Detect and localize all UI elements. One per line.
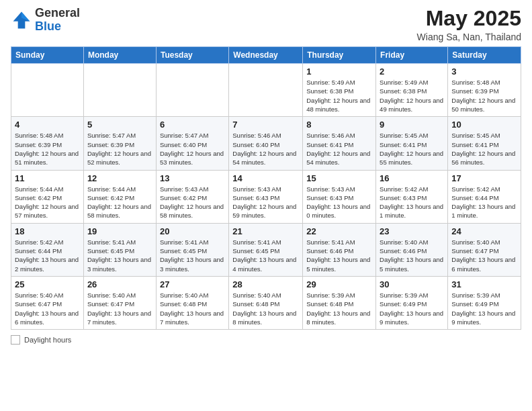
day-number: 28 (232, 279, 299, 289)
day-detail: Sunrise: 5:41 AM Sunset: 6:45 PM Dayligh… (87, 238, 152, 273)
day-number: 10 (451, 120, 517, 130)
calendar-cell (11, 64, 84, 117)
calendar-cell: 22Sunrise: 5:41 AM Sunset: 6:46 PM Dayli… (303, 223, 376, 276)
day-number: 13 (160, 173, 225, 183)
day-header-thursday: Thursday (303, 47, 376, 64)
calendar-cell: 29Sunrise: 5:39 AM Sunset: 6:48 PM Dayli… (303, 276, 376, 329)
day-detail: Sunrise: 5:43 AM Sunset: 6:43 PM Dayligh… (232, 185, 299, 220)
day-number: 6 (160, 120, 225, 130)
calendar-cell: 10Sunrise: 5:45 AM Sunset: 6:41 PM Dayli… (448, 117, 521, 170)
day-detail: Sunrise: 5:43 AM Sunset: 6:43 PM Dayligh… (306, 185, 372, 220)
day-number: 18 (15, 226, 80, 236)
footer-daylight-label: Daylight hours (24, 336, 71, 344)
day-number: 3 (451, 66, 517, 77)
day-number: 30 (380, 279, 444, 289)
day-detail: Sunrise: 5:45 AM Sunset: 6:41 PM Dayligh… (380, 131, 444, 167)
day-detail: Sunrise: 5:42 AM Sunset: 6:43 PM Dayligh… (380, 185, 444, 220)
day-detail: Sunrise: 5:40 AM Sunset: 6:46 PM Dayligh… (380, 238, 444, 273)
day-number: 31 (451, 279, 517, 289)
logo-text: General Blue (35, 7, 80, 34)
day-number: 22 (306, 226, 372, 236)
calendar-cell: 17Sunrise: 5:42 AM Sunset: 6:44 PM Dayli… (448, 170, 521, 223)
day-detail: Sunrise: 5:39 AM Sunset: 6:48 PM Dayligh… (306, 291, 372, 326)
day-detail: Sunrise: 5:46 AM Sunset: 6:40 PM Dayligh… (232, 131, 299, 167)
day-detail: Sunrise: 5:43 AM Sunset: 6:42 PM Dayligh… (160, 185, 225, 220)
footer-box (11, 335, 20, 345)
day-number: 11 (15, 173, 80, 183)
calendar-cell: 15Sunrise: 5:43 AM Sunset: 6:43 PM Dayli… (303, 170, 376, 223)
calendar-cell: 3Sunrise: 5:48 AM Sunset: 6:39 PM Daylig… (448, 64, 521, 117)
day-detail: Sunrise: 5:49 AM Sunset: 6:38 PM Dayligh… (306, 78, 372, 113)
day-detail: Sunrise: 5:39 AM Sunset: 6:49 PM Dayligh… (380, 291, 444, 326)
day-detail: Sunrise: 5:40 AM Sunset: 6:47 PM Dayligh… (451, 238, 517, 273)
day-number: 26 (87, 279, 152, 289)
calendar-cell: 2Sunrise: 5:49 AM Sunset: 6:38 PM Daylig… (376, 64, 448, 117)
day-detail: Sunrise: 5:41 AM Sunset: 6:45 PM Dayligh… (160, 238, 225, 273)
day-detail: Sunrise: 5:41 AM Sunset: 6:45 PM Dayligh… (232, 238, 299, 273)
calendar: SundayMondayTuesdayWednesdayThursdayFrid… (11, 46, 521, 330)
day-detail: Sunrise: 5:42 AM Sunset: 6:44 PM Dayligh… (15, 238, 80, 273)
logo-icon (11, 9, 32, 31)
day-number: 9 (380, 120, 444, 130)
day-detail: Sunrise: 5:41 AM Sunset: 6:46 PM Dayligh… (306, 238, 372, 273)
day-number: 15 (306, 173, 372, 183)
calendar-cell: 8Sunrise: 5:46 AM Sunset: 6:41 PM Daylig… (303, 117, 376, 170)
day-detail: Sunrise: 5:48 AM Sunset: 6:39 PM Dayligh… (451, 78, 517, 113)
day-number: 20 (160, 226, 225, 236)
calendar-cell (229, 64, 303, 117)
header: General Blue May 2025 Wiang Sa, Nan, Tha… (11, 7, 521, 42)
day-detail: Sunrise: 5:48 AM Sunset: 6:39 PM Dayligh… (15, 131, 80, 167)
logo-blue: Blue (35, 19, 61, 33)
calendar-cell: 27Sunrise: 5:40 AM Sunset: 6:48 PM Dayli… (156, 276, 228, 329)
calendar-cell: 6Sunrise: 5:47 AM Sunset: 6:40 PM Daylig… (156, 117, 228, 170)
day-header-tuesday: Tuesday (156, 47, 228, 64)
day-number: 24 (451, 226, 517, 236)
month-title: May 2025 (417, 7, 521, 30)
day-number: 21 (232, 226, 299, 236)
calendar-cell: 23Sunrise: 5:40 AM Sunset: 6:46 PM Dayli… (376, 223, 448, 276)
day-number: 5 (87, 120, 152, 130)
day-detail: Sunrise: 5:47 AM Sunset: 6:39 PM Dayligh… (87, 131, 152, 167)
day-header-friday: Friday (376, 47, 448, 64)
day-number: 29 (306, 279, 372, 289)
day-detail: Sunrise: 5:42 AM Sunset: 6:44 PM Dayligh… (451, 185, 517, 220)
calendar-cell: 18Sunrise: 5:42 AM Sunset: 6:44 PM Dayli… (11, 223, 84, 276)
day-detail: Sunrise: 5:40 AM Sunset: 6:47 PM Dayligh… (87, 291, 152, 326)
day-number: 17 (451, 173, 517, 183)
day-header-monday: Monday (83, 47, 156, 64)
calendar-cell: 25Sunrise: 5:40 AM Sunset: 6:47 PM Dayli… (11, 276, 84, 329)
calendar-cell: 9Sunrise: 5:45 AM Sunset: 6:41 PM Daylig… (376, 117, 448, 170)
calendar-cell: 19Sunrise: 5:41 AM Sunset: 6:45 PM Dayli… (83, 223, 156, 276)
day-number: 14 (232, 173, 299, 183)
footer: Daylight hours (11, 335, 521, 345)
days-header-row: SundayMondayTuesdayWednesdayThursdayFrid… (11, 47, 521, 64)
title-block: May 2025 Wiang Sa, Nan, Thailand (417, 7, 521, 42)
day-header-wednesday: Wednesday (229, 47, 303, 64)
day-number: 4 (15, 120, 80, 130)
day-detail: Sunrise: 5:44 AM Sunset: 6:42 PM Dayligh… (87, 185, 152, 220)
calendar-cell: 26Sunrise: 5:40 AM Sunset: 6:47 PM Dayli… (83, 276, 156, 329)
day-detail: Sunrise: 5:40 AM Sunset: 6:48 PM Dayligh… (232, 291, 299, 326)
day-number: 23 (380, 226, 444, 236)
week-row-1: 1Sunrise: 5:49 AM Sunset: 6:38 PM Daylig… (11, 64, 521, 117)
day-detail: Sunrise: 5:46 AM Sunset: 6:41 PM Dayligh… (306, 131, 372, 167)
day-header-saturday: Saturday (448, 47, 521, 64)
day-number: 2 (380, 66, 444, 77)
calendar-cell: 16Sunrise: 5:42 AM Sunset: 6:43 PM Dayli… (376, 170, 448, 223)
week-row-4: 18Sunrise: 5:42 AM Sunset: 6:44 PM Dayli… (11, 223, 521, 276)
calendar-cell (156, 64, 228, 117)
day-detail: Sunrise: 5:44 AM Sunset: 6:42 PM Dayligh… (15, 185, 80, 220)
day-number: 12 (87, 173, 152, 183)
week-row-5: 25Sunrise: 5:40 AM Sunset: 6:47 PM Dayli… (11, 276, 521, 329)
day-number: 25 (15, 279, 80, 289)
calendar-cell: 1Sunrise: 5:49 AM Sunset: 6:38 PM Daylig… (303, 64, 376, 117)
calendar-cell: 11Sunrise: 5:44 AM Sunset: 6:42 PM Dayli… (11, 170, 84, 223)
day-detail: Sunrise: 5:39 AM Sunset: 6:49 PM Dayligh… (451, 291, 517, 326)
day-detail: Sunrise: 5:45 AM Sunset: 6:41 PM Dayligh… (451, 131, 517, 167)
day-detail: Sunrise: 5:49 AM Sunset: 6:38 PM Dayligh… (380, 78, 444, 113)
footer-item: Daylight hours (11, 335, 521, 345)
day-detail: Sunrise: 5:40 AM Sunset: 6:48 PM Dayligh… (160, 291, 225, 326)
calendar-cell: 5Sunrise: 5:47 AM Sunset: 6:39 PM Daylig… (83, 117, 156, 170)
day-number: 16 (380, 173, 444, 183)
day-number: 7 (232, 120, 299, 130)
